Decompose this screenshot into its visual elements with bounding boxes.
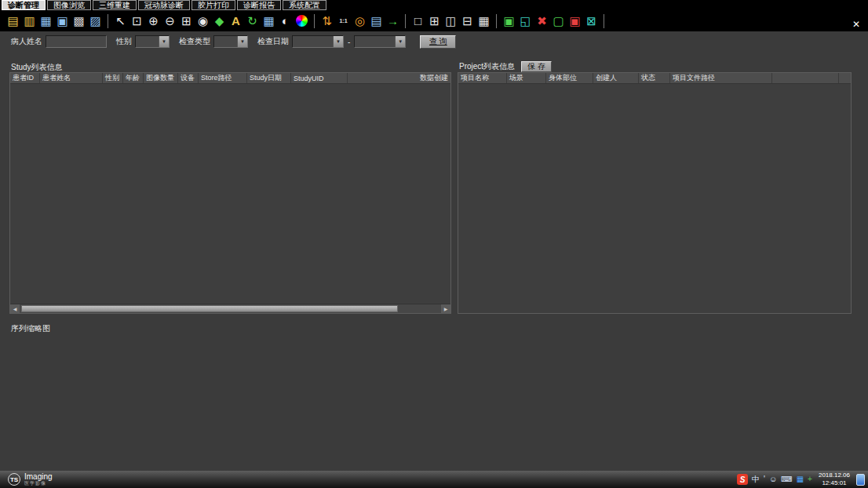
tab-diagnosis-management[interactable]: 诊断管理 <box>2 0 46 10</box>
magnifier-icon[interactable]: ◉ <box>195 13 211 29</box>
screen-capture-icon[interactable]: ▣ <box>501 13 517 29</box>
tab-image-browse[interactable]: 图像浏览 <box>47 0 91 10</box>
emoji-icon[interactable]: ☺ <box>769 475 777 483</box>
tab-system-config[interactable]: 系统配置 <box>283 0 326 10</box>
tile-layout-icon[interactable]: ▦ <box>261 13 277 29</box>
study-panel-title: Study列表信息 <box>11 62 63 73</box>
logo-tagline: 医学影像 <box>24 481 53 486</box>
column-project-name: 项目名称 <box>458 73 507 83</box>
save-study-icon[interactable]: ▦ <box>38 13 54 29</box>
input-toolbox-icon[interactable]: + <box>808 475 812 483</box>
chevron-down-icon[interactable]: ▼ <box>395 36 405 47</box>
select-region-icon[interactable]: ⊡ <box>129 13 145 29</box>
chevron-down-icon[interactable]: ▼ <box>333 36 343 47</box>
one-to-one-icon[interactable]: 1:1 <box>335 13 352 29</box>
application-window: 诊断管理 图像浏览 三维重建 冠动脉诊断 胶片打印 诊断报告 系统配置 ▤ ▥ … <box>0 0 868 488</box>
zoom-in-icon[interactable]: ⊕ <box>145 13 162 29</box>
exam-date-to-value <box>355 36 395 47</box>
exam-date-to-dropdown[interactable]: ▼ <box>354 35 406 48</box>
delete-icon[interactable]: ✖ <box>534 13 550 29</box>
image-view-icon[interactable]: ▣ <box>54 13 71 29</box>
toolbar-divider <box>108 14 108 28</box>
layout-two-row-icon[interactable]: ⊟ <box>459 13 476 29</box>
logo-icon: TS <box>8 473 20 486</box>
exam-type-dropdown[interactable]: ▼ <box>213 35 248 48</box>
exam-type-label: 检查类型 <box>179 36 210 47</box>
exam-date-label: 检查日期 <box>257 36 289 47</box>
pan-icon[interactable]: ◆ <box>211 13 228 29</box>
chevron-down-icon[interactable]: ▼ <box>159 36 169 47</box>
exam-type-dropdown-value <box>214 36 237 47</box>
column-data-created: 数据创建 <box>348 73 450 83</box>
filmstrip-icon[interactable]: ▩ <box>71 13 87 29</box>
layout-quad-icon[interactable]: ⊞ <box>426 13 443 29</box>
column-gender: 性别 <box>103 73 123 83</box>
project-table-header: 项目名称 场景 身体部位 创建人 状态 项目文件路径 <box>458 73 851 84</box>
layout-single-icon[interactable]: □ <box>410 13 426 29</box>
annotation-icon[interactable]: A <box>228 13 244 29</box>
scrollbar-thumb[interactable] <box>21 305 398 312</box>
open-folder-icon[interactable]: ▤ <box>5 13 21 29</box>
chevron-down-icon[interactable]: ▼ <box>237 36 247 47</box>
study-table-body[interactable] <box>10 84 450 304</box>
punctuation-icon[interactable]: ' <box>764 475 765 483</box>
close-icon[interactable]: ✕ <box>852 19 860 30</box>
zoom-out-icon[interactable]: ⊖ <box>162 13 178 29</box>
invert-icon[interactable]: ◐ <box>277 13 294 29</box>
study-horizontal-scrollbar[interactable]: ◀ ▶ <box>10 304 450 313</box>
project-panel-title: Project列表信息 <box>459 61 515 72</box>
sort-icon[interactable]: ⇅ <box>319 13 335 29</box>
query-button[interactable]: 查 询 <box>420 35 456 49</box>
column-device: 设备 <box>178 73 199 83</box>
toolbar: ▤ ▥ ▦ ▣ ▩ ▨ ↖ ⊡ ⊕ ⊖ ⊞ ◉ ◆ A ↻ ▦ ◐ ⇅ 1:1 … <box>0 10 868 31</box>
screen-region-icon[interactable]: ◱ <box>517 13 534 29</box>
toolbar-divider <box>405 14 406 28</box>
scroll-right-icon[interactable]: ▶ <box>441 304 450 313</box>
date-range-separator: - <box>348 38 350 46</box>
scroll-left-icon[interactable]: ◀ <box>10 304 20 313</box>
keyboard-icon[interactable]: ⌨ <box>781 475 792 483</box>
exam-date-from-dropdown[interactable]: ▼ <box>292 35 344 48</box>
status-date: 2018.12.06 <box>819 472 850 479</box>
exam-date-from-value <box>293 36 333 47</box>
layout-grid-icon[interactable]: ▦ <box>476 13 492 29</box>
gender-dropdown[interactable]: ▼ <box>135 35 170 48</box>
tab-film-print[interactable]: 胶片打印 <box>191 0 235 10</box>
zoom-region-icon[interactable]: ⊞ <box>178 13 195 29</box>
tab-coronary-diagnosis[interactable]: 冠动脉诊断 <box>138 0 190 10</box>
module-tabbar: 诊断管理 图像浏览 三维重建 冠动脉诊断 胶片打印 诊断报告 系统配置 <box>0 0 868 10</box>
column-creator: 创建人 <box>593 73 639 83</box>
patient-name-input[interactable] <box>46 35 107 48</box>
dual-screen-icon[interactable]: ⊠ <box>583 13 600 29</box>
measure-circle-icon[interactable]: ◎ <box>352 13 368 29</box>
color-wheel-icon[interactable] <box>294 13 310 29</box>
reset-icon[interactable]: ↻ <box>244 13 261 29</box>
report-icon[interactable]: ▤ <box>368 13 385 29</box>
chinese-mode-icon[interactable]: 中 <box>752 475 760 483</box>
tab-diagnosis-report[interactable]: 诊断报告 <box>237 0 281 10</box>
screen-blank-icon[interactable]: ▢ <box>550 13 567 29</box>
clock: 2018.12.06 12:45:01 <box>819 472 850 487</box>
save-button[interactable]: 保 存 <box>521 61 552 72</box>
archive-icon[interactable]: ▨ <box>87 13 104 29</box>
column-status: 状态 <box>639 73 670 83</box>
column-study-date: Study日期 <box>247 73 291 83</box>
header-gutter <box>838 73 851 83</box>
column-age: 年龄 <box>123 73 144 83</box>
pointer-icon[interactable]: ↖ <box>112 13 129 29</box>
sogou-input-icon[interactable]: S <box>737 474 748 485</box>
toolbar-divider <box>604 14 604 28</box>
layout-two-col-icon[interactable]: ◫ <box>443 13 459 29</box>
toolbar-divider <box>314 14 315 28</box>
project-table-body[interactable] <box>458 84 851 313</box>
column-patient-id: 患者ID <box>10 73 40 83</box>
column-study-uid: StudyUID <box>291 73 348 83</box>
export-icon[interactable]: → <box>385 13 401 29</box>
show-desktop-icon[interactable] <box>856 474 865 486</box>
tab-3d-reconstruction[interactable]: 三维重建 <box>93 0 137 10</box>
screen-export-icon[interactable]: ▣ <box>567 13 583 29</box>
system-tray: S 中 ' ☺ ⌨ ▦ + 2018.12.06 12:45:01 <box>737 472 865 487</box>
input-skin-icon[interactable]: ▦ <box>797 475 804 483</box>
column-body-part: 身体部位 <box>546 73 593 83</box>
import-folder-icon[interactable]: ▥ <box>21 13 38 29</box>
